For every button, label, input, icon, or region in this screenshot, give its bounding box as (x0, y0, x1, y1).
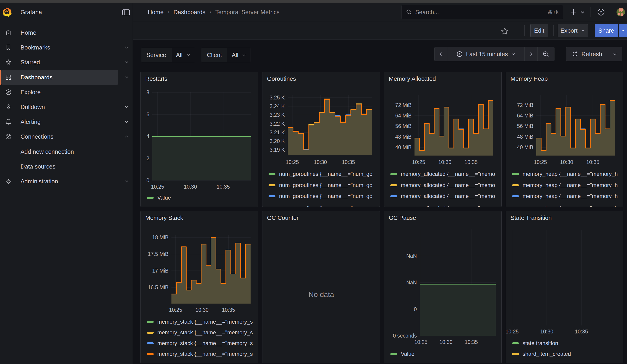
chart-gc-pause: NaNNaN00 seconds10:2510:3010:35 (384, 211, 502, 363)
legend-item[interactable]: state transition (512, 340, 558, 347)
legend-item[interactable]: memory_heap {__name__="memory_h (512, 171, 618, 177)
variable-value-dropdown[interactable]: All (227, 48, 251, 62)
panel-title[interactable]: GC Counter (267, 214, 299, 221)
svg-text:3.20 K: 3.20 K (270, 138, 285, 144)
sidebar-item-label: Home (20, 29, 36, 36)
legend-item[interactable]: memory_heap {__name__="memory_h (512, 193, 618, 200)
user-avatar[interactable] (617, 8, 625, 16)
svg-text:0 seconds: 0 seconds (393, 333, 417, 339)
chevron-down-icon[interactable] (124, 60, 129, 65)
legend-series-marker (512, 184, 519, 186)
sidebar-item-starred[interactable]: Starred (0, 55, 133, 70)
grid-icon (5, 74, 12, 81)
legend-series-marker (147, 332, 154, 334)
sidebar-item-label: Connections (20, 133, 53, 140)
legend-series-label: memory_allocated {__name__="memo (401, 182, 495, 188)
legend-series-label: Value (157, 195, 171, 201)
sidebar-item-connections[interactable]: Connections (0, 129, 133, 144)
breadcrumb-dashboards[interactable]: Dashboards (173, 9, 206, 16)
chevron-down-icon[interactable] (124, 75, 129, 80)
chevron-down-icon[interactable] (124, 179, 129, 184)
svg-text:10:25: 10:25 (169, 307, 182, 313)
grafana-brand: Grafana (2, 3, 42, 21)
variable-value-dropdown[interactable]: All (171, 48, 195, 62)
legend-item[interactable]: num_goroutines {__name__="num_go (268, 182, 372, 189)
refresh-button[interactable]: Refresh (566, 47, 608, 61)
svg-text:10:30: 10:30 (438, 159, 451, 165)
export-label: Export (560, 27, 577, 34)
sidebar-item-dashboards[interactable]: Dashboards (0, 70, 133, 85)
legend-series-marker (268, 173, 275, 175)
dock-menu-toggle-icon[interactable] (122, 9, 130, 15)
sidebar-item-label: Administration (20, 178, 58, 185)
legend-item[interactable]: memory_allocated {__name__="memo (390, 171, 495, 177)
legend-item[interactable]: shard_item_created (512, 351, 571, 357)
sidebar-item-label: Bookmarks (20, 44, 50, 51)
breadcrumb-home[interactable]: Home (148, 9, 163, 16)
plug-icon (5, 133, 12, 140)
sidebar-item-home[interactable]: Home (0, 25, 133, 40)
add-new-button[interactable] (570, 8, 586, 16)
legend-series-label: Value (401, 351, 415, 357)
legend-item[interactable]: memory_stack {__name__="memory_s (147, 351, 253, 357)
svg-text:2: 2 (146, 156, 149, 161)
legend-item[interactable]: memory_heap {__name__="memory_h (512, 205, 618, 207)
svg-text:3.23 K: 3.23 K (270, 112, 285, 118)
star-dashboard-icon[interactable] (501, 27, 509, 35)
sidebar-item-label: Alerting (20, 118, 41, 125)
share-dropdown-button[interactable] (619, 24, 627, 37)
legend-series-label: shard_item_created (522, 351, 571, 357)
chevron-up-icon[interactable] (124, 134, 129, 139)
svg-text:56 MiB: 56 MiB (395, 123, 412, 129)
svg-text:40 MiB: 40 MiB (517, 144, 533, 150)
chevron-down-icon[interactable] (124, 104, 129, 109)
sidebar-item-add-new-connection[interactable]: Add new connection (0, 144, 133, 159)
svg-text:56 MiB: 56 MiB (517, 123, 533, 129)
sidebar-item-bookmarks[interactable]: Bookmarks (0, 40, 133, 55)
time-forward-button[interactable] (525, 47, 538, 61)
refresh-interval-button[interactable] (608, 47, 622, 61)
variable-client: ClientAll (202, 48, 251, 62)
legend-item[interactable]: memory_allocated {__name__="memo (390, 205, 495, 207)
edit-button[interactable]: Edit (530, 24, 548, 37)
sidebar-item-label: Dashboards (20, 74, 52, 81)
svg-text:16.5 MiB: 16.5 MiB (148, 284, 168, 290)
variable-service: ServiceAll (141, 48, 195, 62)
search-placeholder: Search... (415, 9, 547, 16)
legend-item[interactable]: memory_stack {__name__="memory_s (147, 329, 253, 336)
zoom-out-button[interactable] (538, 47, 555, 61)
time-range-picker[interactable]: Last 15 minutes (447, 47, 525, 61)
legend-item[interactable]: memory_stack {__name__="memory_s (147, 340, 253, 347)
time-range-label: Last 15 minutes (466, 51, 508, 58)
svg-text:64 MiB: 64 MiB (395, 113, 412, 119)
chevron-down-icon[interactable] (124, 45, 129, 50)
legend-series-label: memory_allocated {__name__="memo (401, 205, 495, 207)
legend-item[interactable]: num_goroutines {__name__="num_go (268, 171, 372, 177)
legend-item[interactable]: num_goroutines {__name__="num_go (268, 205, 372, 207)
help-icon[interactable]: ? (597, 8, 605, 16)
sidebar-item-explore[interactable]: Explore (0, 85, 133, 100)
svg-text:10:35: 10:35 (342, 159, 355, 165)
search-input[interactable]: Search... ⌘+k (401, 5, 563, 19)
sidebar-item-administration[interactable]: Administration (0, 174, 133, 189)
chevron-down-icon[interactable] (124, 119, 129, 124)
legend-item[interactable]: num_goroutines {__name__="num_go (268, 193, 372, 200)
legend-item[interactable]: memory_allocated {__name__="memo (390, 182, 495, 189)
legend-item[interactable]: memory_heap {__name__="memory_h (512, 182, 618, 189)
share-button[interactable]: Share (595, 24, 618, 37)
chevron-down-icon (186, 53, 190, 57)
legend-item[interactable]: memory_stack {__name__="memory_s (147, 318, 253, 325)
time-back-button[interactable] (434, 47, 447, 61)
panel-memory-allocated: Memory Allocated72 MiB64 MiB56 MiB48 MiB… (384, 72, 502, 207)
export-button[interactable]: Export (558, 24, 588, 37)
panel-memory-heap: Memory Heap72 MiB64 MiB56 MiB48 MiB40 Mi… (506, 72, 623, 207)
legend-item[interactable]: memory_allocated {__name__="memo (390, 193, 495, 200)
sidebar-item-alerting[interactable]: Alerting (0, 114, 133, 129)
sidebar-item-drilldown[interactable]: Drilldown (0, 100, 133, 114)
sidebar-item-data-sources[interactable]: Data sources (0, 159, 133, 174)
breadcrumb-chevron-icon: › (168, 9, 169, 15)
legend-item[interactable]: Value (147, 194, 171, 201)
svg-text:10:30: 10:30 (195, 307, 209, 313)
sidebar-item-label: Data sources (20, 163, 55, 170)
legend-item[interactable]: Value (390, 351, 415, 357)
